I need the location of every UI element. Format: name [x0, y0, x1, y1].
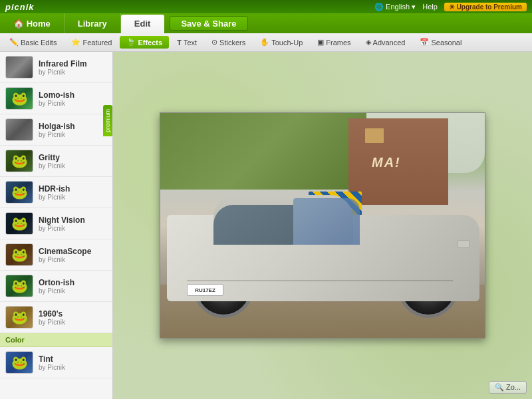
- home-icon: 🏠: [13, 19, 24, 29]
- subtab-frames[interactable]: ▣ Frames: [311, 36, 357, 49]
- stickers-icon: ⊙: [211, 38, 217, 47]
- effect-name: Gritty: [39, 153, 107, 162]
- effect-thumb: 🐸: [5, 351, 33, 374]
- zoom-icon: 🔍: [495, 383, 504, 391]
- effect-thumb: [5, 118, 33, 141]
- subtab-effects[interactable]: 🍃 Effects: [120, 36, 169, 49]
- effect-thumb: 🐸: [5, 181, 33, 203]
- canvas-area: MA!: [113, 52, 532, 399]
- seasonal-icon: 📅: [420, 38, 429, 47]
- effects-icon: 🍃: [126, 38, 136, 47]
- effect-orton-ish[interactable]: 🐸 Orton-ish by Picnik: [0, 271, 112, 302]
- tab-save-share[interactable]: Save & Share: [170, 16, 247, 31]
- effect-tint[interactable]: 🐸 Tint by Picnik: [0, 347, 112, 378]
- tab-library[interactable]: Library: [65, 13, 121, 33]
- effect-author: by Picnik: [39, 256, 107, 263]
- license-plate: RU17EZ: [187, 284, 223, 296]
- effect-thumb: 🐸: [5, 87, 33, 110]
- effect-infrared-film[interactable]: Infrared Film by Picnik: [0, 52, 112, 83]
- effect-author: by Picnik: [39, 131, 107, 138]
- vegetation: [160, 113, 366, 190]
- effect-thumb: 🐸: [5, 212, 33, 235]
- advanced-icon: ◈: [366, 38, 371, 47]
- effect-author: by Picnik: [39, 100, 107, 107]
- building: MA!: [348, 118, 448, 205]
- effect-author: by Picnik: [39, 319, 107, 326]
- effect-name: Infrared Film: [39, 59, 107, 68]
- effect-thumb: [5, 56, 33, 78]
- nav-tabs: 🏠 Home Library Edit Save & Share: [0, 13, 532, 33]
- effect-1960s[interactable]: 🐸 1960's by Picnik: [0, 302, 112, 333]
- frames-icon: ▣: [317, 38, 324, 47]
- effect-author: by Picnik: [39, 287, 107, 295]
- upgrade-button[interactable]: ☀ Upgrade to Premium: [444, 3, 527, 11]
- effect-author: by Picnik: [39, 68, 107, 76]
- effect-name: 1960's: [39, 309, 107, 319]
- premium-label: premium: [103, 105, 112, 136]
- tab-home[interactable]: 🏠 Home: [0, 13, 65, 33]
- windshield: [293, 198, 360, 245]
- subtab-advanced[interactable]: ◈ Advanced: [359, 36, 412, 49]
- effect-author: by Picnik: [39, 162, 107, 170]
- subtab-basic-edits[interactable]: ✏️ Basic Edits: [3, 36, 63, 49]
- effect-holga-ish[interactable]: Holga-ish by Picnik: [0, 114, 112, 146]
- effect-name: Lomo-ish: [39, 90, 107, 100]
- subtab-seasonal[interactable]: 📅 Seasonal: [413, 36, 468, 49]
- featured-icon: ⭐: [71, 38, 80, 47]
- zoom-button[interactable]: 🔍 Zo...: [489, 381, 527, 394]
- language-selector[interactable]: 🌐 English ▾: [374, 3, 416, 11]
- effect-name: CinemaScope: [39, 247, 107, 256]
- effect-thumb: 🐸: [5, 306, 33, 329]
- door-line: [187, 280, 453, 281]
- effect-author: by Picnik: [39, 364, 107, 371]
- sub-tabs: ✏️ Basic Edits ⭐ Featured 🍃 Effects T Te…: [0, 33, 532, 52]
- topbar: picnik 🌐 English ▾ Help ☀ Upgrade to Pre…: [0, 0, 532, 13]
- photo-frame: MA!: [160, 112, 485, 338]
- tab-edit[interactable]: Edit: [121, 15, 165, 33]
- car-photo[interactable]: MA!: [160, 112, 485, 338]
- basic-edits-icon: ✏️: [9, 38, 19, 47]
- rear-window: [213, 205, 293, 245]
- effect-author: by Picnik: [39, 194, 107, 201]
- effects-panel: premium Infrared Film by Picnik 🐸 Lomo-i…: [0, 52, 113, 399]
- effect-gritty[interactable]: 🐸 Gritty by Picnik: [0, 146, 112, 177]
- topbar-right: 🌐 English ▾ Help ☀ Upgrade to Premium: [374, 3, 527, 11]
- effect-name: Night Vision: [39, 215, 107, 225]
- effect-name: HDR-ish: [39, 184, 107, 194]
- effect-name: Tint: [39, 354, 107, 364]
- effect-lomo-ish[interactable]: 🐸 Lomo-ish by Picnik: [0, 83, 112, 114]
- main-area: premium Infrared Film by Picnik 🐸 Lomo-i…: [0, 52, 532, 399]
- color-section-label: Color: [0, 333, 112, 347]
- effect-hdr-ish[interactable]: 🐸 HDR-ish by Picnik: [0, 177, 112, 208]
- effect-name: Orton-ish: [39, 278, 107, 287]
- side-mirror: [458, 240, 469, 248]
- car-body: RU17EZ: [167, 215, 479, 301]
- effect-thumb: 🐸: [5, 150, 33, 172]
- effect-name: Holga-ish: [39, 122, 107, 131]
- effect-author: by Picnik: [39, 225, 107, 232]
- subtab-touch-up[interactable]: ✋ Touch-Up: [253, 36, 309, 49]
- touch-up-icon: ✋: [260, 38, 269, 47]
- app-logo: picnik: [5, 2, 35, 12]
- effect-night-vision[interactable]: 🐸 Night Vision by Picnik: [0, 208, 112, 239]
- text-icon: T: [177, 39, 182, 47]
- effect-thumb: 🐸: [5, 243, 33, 266]
- subtab-stickers[interactable]: ⊙ Stickers: [205, 36, 252, 49]
- effect-cinemascope[interactable]: 🐸 CinemaScope by Picnik: [0, 239, 112, 271]
- subtab-featured[interactable]: ⭐ Featured: [65, 36, 118, 49]
- effect-thumb: 🐸: [5, 275, 33, 297]
- help-link[interactable]: Help: [422, 3, 438, 11]
- subtab-text[interactable]: T Text: [170, 37, 203, 49]
